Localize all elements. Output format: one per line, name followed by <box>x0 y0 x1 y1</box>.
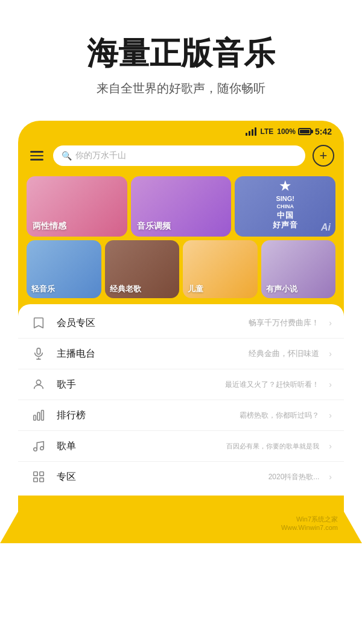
category-qing-label: 轻音乐 <box>27 280 101 298</box>
menu-item-playlist[interactable]: 歌单 百因必有果，你要的歌单就是我 › <box>18 431 344 462</box>
svg-rect-7 <box>34 472 37 476</box>
special-desc: 2020抖音热歌... <box>268 472 320 482</box>
watermark-line2: Www.Winwin7.com <box>281 524 338 531</box>
watermark-line1: Win7系统之家 <box>281 515 338 524</box>
special-arrow: › <box>329 472 332 482</box>
svg-rect-9 <box>34 478 37 482</box>
menu-item-radio[interactable]: 主播电台 经典金曲，怀旧味道 › <box>18 339 344 369</box>
yellow-corner-left <box>0 501 24 543</box>
svg-rect-4 <box>42 410 44 421</box>
category-laoge-label: 经典老歌 <box>105 280 180 298</box>
member-desc: 畅享千万付费曲库！ <box>249 317 319 328</box>
battery-percent: 100% <box>277 127 296 136</box>
radio-arrow: › <box>329 349 332 359</box>
svg-point-6 <box>40 447 44 450</box>
svg-rect-8 <box>40 472 43 476</box>
status-bar: LTE 100% 5:42 <box>18 121 344 140</box>
radio-label: 主播电台 <box>57 348 239 360</box>
svg-point-1 <box>36 380 40 384</box>
category-ertong-label: 儿童 <box>183 280 258 298</box>
category-yousheng[interactable]: 有声小说 <box>261 240 336 298</box>
add-button[interactable]: + <box>313 145 334 167</box>
search-icon: 🔍 <box>62 151 72 161</box>
category-china-voice[interactable]: ★ SING!CHINA中国好声音 Ai <box>235 176 335 237</box>
battery-icon <box>298 128 311 135</box>
singer-desc: 最近谁又火了？赶快听听看！ <box>225 380 319 390</box>
category-yousheng-label: 有声小说 <box>261 280 336 298</box>
chart-desc: 霸榜热歌，你都听过吗？ <box>240 410 319 421</box>
status-time: 5:42 <box>315 127 332 136</box>
signal-icon <box>246 127 256 136</box>
radio-desc: 经典金曲，怀旧味道 <box>249 348 319 359</box>
playlist-arrow: › <box>329 441 332 451</box>
search-placeholder: 你的万水千山 <box>75 150 126 161</box>
music-icon <box>30 439 47 453</box>
category-liangxing-label: 两性情感 <box>27 216 127 237</box>
playlist-label: 歌单 <box>57 440 217 453</box>
china-voice-text: SING!CHINA中国好声音 <box>273 195 298 231</box>
hero-section: 海量正版音乐 来自全世界的好歌声，随你畅听 <box>0 0 362 121</box>
singer-label: 歌手 <box>57 378 215 391</box>
chart-label: 排行榜 <box>57 409 230 422</box>
yellow-corner-right <box>338 501 362 543</box>
menu-list: 会员专区 畅享千万付费曲库！ › 主播电台 经典金曲，怀旧味道 › <box>18 304 344 496</box>
svg-rect-3 <box>37 413 40 421</box>
svg-point-5 <box>34 448 37 451</box>
categories-row2: 轻音乐 经典老歌 儿童 有声小说 <box>18 240 344 304</box>
singer-arrow: › <box>329 380 332 389</box>
menu-item-member[interactable]: 会员专区 畅享千万付费曲库！ › <box>18 308 344 339</box>
chart-icon <box>30 409 47 422</box>
member-arrow: › <box>329 318 332 328</box>
mic-icon <box>30 347 47 360</box>
category-yinyue-label: 音乐调频 <box>131 216 232 237</box>
chart-arrow: › <box>329 410 332 420</box>
svg-rect-10 <box>40 478 43 482</box>
watermark: Win7系统之家 Www.Winwin7.com <box>281 515 338 531</box>
user-icon <box>30 378 47 391</box>
grid-icon <box>30 470 47 483</box>
star-icon: ★ <box>273 178 298 195</box>
hero-title: 海量正版音乐 <box>12 36 350 71</box>
categories-row1: 两性情感 音乐调频 ★ SING!CHINA中国好声音 Ai <box>18 174 344 240</box>
ai-badge: Ai <box>321 222 331 233</box>
special-label: 专区 <box>57 471 259 483</box>
hero-subtitle: 来自全世界的好歌声，随你畅听 <box>12 80 350 97</box>
category-laoge[interactable]: 经典老歌 <box>105 240 180 298</box>
category-ertong[interactable]: 儿童 <box>183 240 258 298</box>
category-qing[interactable]: 轻音乐 <box>27 240 101 298</box>
menu-item-singer[interactable]: 歌手 最近谁又火了？赶快听听看！ › <box>18 369 344 400</box>
hamburger-menu-button[interactable] <box>28 148 46 163</box>
category-liangxing[interactable]: 两性情感 <box>27 176 127 237</box>
playlist-desc: 百因必有果，你要的歌单就是我 <box>226 442 319 451</box>
bookmark-icon <box>30 316 47 330</box>
phone-mockup: LTE 100% 5:42 🔍 你的万水千山 + <box>18 121 344 543</box>
menu-item-special[interactable]: 专区 2020抖音热歌... › <box>18 462 344 492</box>
category-yinyue[interactable]: 音乐调频 <box>131 176 232 237</box>
menu-item-chart[interactable]: 排行榜 霸榜热歌，你都听过吗？ › <box>18 400 344 431</box>
search-input[interactable]: 🔍 你的万水千山 <box>53 145 305 166</box>
search-bar-row: 🔍 你的万水千山 + <box>18 140 344 174</box>
svg-rect-0 <box>37 348 40 354</box>
battery-indicator: 100% <box>277 127 311 136</box>
lte-label: LTE <box>260 127 273 136</box>
member-label: 会员专区 <box>57 317 239 330</box>
svg-rect-2 <box>34 415 36 420</box>
